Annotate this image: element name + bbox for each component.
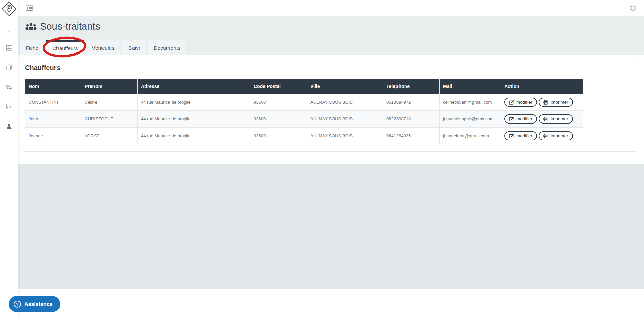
cell-telephone: 0622398718 (383, 111, 440, 128)
cell-action: modifier imprimer (501, 111, 583, 128)
modify-button-label: modifier (516, 100, 532, 105)
print-button-label: imprimer (551, 100, 568, 105)
cogs-icon (6, 84, 12, 90)
cell-mail: jeannelorat@gmail.com (440, 128, 501, 144)
cell-ville: AULNAY SOUS BOIS (307, 94, 383, 111)
sidebar-item-table[interactable] (0, 38, 18, 58)
page-header: Sous-traitants FicheChauffeursVehiculesS… (18, 16, 644, 55)
copy-icon (6, 64, 12, 71)
sidebar-item-reports[interactable] (0, 97, 18, 116)
cell-telephone: 0613584972 (383, 94, 440, 111)
column-header: Ville (307, 79, 383, 94)
print-button[interactable]: imprimer (539, 114, 573, 124)
sidebar-item-settings[interactable] (0, 77, 18, 97)
printer-icon (543, 117, 548, 121)
printer-icon (543, 100, 548, 105)
tab-suivi[interactable]: Suivi (122, 40, 146, 55)
tab-chauffeurs[interactable]: Chauffeurs (46, 40, 84, 55)
edit-icon (509, 116, 514, 121)
tab-bar: FicheChauffeursVehiculesSuiviDocuments (18, 40, 644, 55)
column-header: Telephone (383, 79, 440, 94)
sidebar-item-desktop[interactable] (0, 19, 18, 38)
bar-chart-icon (6, 104, 12, 109)
section-heading: Chauffeurs (25, 64, 639, 72)
assistance-label: Assistance (24, 301, 53, 307)
printer-icon (543, 134, 548, 138)
tab-documents[interactable]: Documents (148, 40, 186, 55)
table-header: NomPrenomAdresseCode PostalVilleTelephon… (25, 79, 583, 94)
table-icon (6, 45, 12, 51)
edit-icon (509, 100, 514, 105)
column-header: Code Postal (250, 79, 307, 94)
cell-ville: AULNAY SOUS BOIS (307, 111, 383, 128)
page-title-text: Sous-traitants (40, 21, 100, 32)
cell-prenom: CHRISTOPHE (81, 111, 138, 128)
cell-code-postal: 93600 (250, 111, 307, 128)
edit-icon (509, 133, 514, 138)
column-header: Prenom (81, 79, 138, 94)
location-pin-logo (6, 5, 12, 13)
cell-code-postal: 93600 (250, 94, 307, 111)
cell-adresse: 44 rue Maurice de broglie (138, 94, 250, 111)
print-button[interactable]: imprimer (539, 131, 573, 140)
sidebar-item-profile[interactable] (0, 116, 18, 136)
sidebar-item-copy[interactable] (0, 58, 18, 77)
print-button[interactable]: imprimer (539, 98, 573, 107)
tab-vehicules[interactable]: Vehicules (86, 40, 120, 55)
content-background (18, 164, 644, 289)
cell-mail: jeanchristophe@gmx.com (440, 111, 501, 128)
tab-fiche[interactable]: Fiche (20, 40, 44, 55)
table-body: CONSTANTINI Céline 44 rue Maurice de bro… (25, 94, 583, 144)
cell-action: modifier imprimer (501, 128, 583, 144)
tab-content: Chauffeurs NomPrenomAdresseCode PostalVi… (18, 55, 644, 164)
page-title: Sous-traitants (25, 21, 644, 32)
print-button-label: imprimer (551, 116, 568, 121)
cell-adresse: 44 rue Maurice de broglie (138, 111, 250, 128)
column-header: Adresse (138, 79, 250, 94)
column-header: Mail (440, 79, 501, 94)
chauffeurs-table: NomPrenomAdresseCode PostalVilleTelephon… (25, 79, 583, 144)
app-window: Sous-traitants FicheChauffeursVehiculesS… (0, 0, 644, 317)
cell-mail: celinebouahi@gmail.com (440, 94, 501, 111)
power-icon (630, 5, 636, 11)
question-icon: ? (14, 301, 21, 308)
cell-prenom: LORAT (81, 128, 138, 144)
modify-button-label: modifier (516, 116, 532, 121)
cell-prenom: Céline (81, 94, 138, 111)
main-area: Sous-traitants FicheChauffeursVehiculesS… (18, 0, 644, 317)
cell-nom: Jeanne (25, 128, 81, 144)
chauffeurs-panel: Chauffeurs NomPrenomAdresseCode PostalVi… (21, 60, 639, 152)
column-header: Nom (25, 79, 81, 94)
table-row: CONSTANTINI Céline 44 rue Maurice de bro… (25, 94, 583, 111)
assistance-button[interactable]: ? Assistance (9, 296, 60, 312)
sidebar-toggle-button[interactable] (25, 5, 34, 11)
cell-ville: AULNAY SOUS BOIS (307, 128, 383, 144)
table-row: Jeanne LORAT 44 rue Maurice de broglie 9… (25, 128, 583, 144)
cell-action: modifier imprimer (501, 94, 583, 111)
modify-button-label: modifier (516, 133, 532, 138)
sidebar-toggle-icon (26, 5, 33, 11)
user-icon (6, 123, 12, 129)
topbar (18, 0, 644, 16)
cell-code-postal: 93600 (250, 128, 307, 144)
sidebar-nav (0, 19, 18, 136)
cell-nom: Jean (25, 111, 81, 128)
desktop-icon (6, 26, 12, 32)
modify-button[interactable]: modifier (504, 114, 537, 124)
users-icon (25, 22, 37, 31)
app-logo[interactable] (1, 0, 17, 17)
logout-button[interactable] (629, 4, 637, 12)
footer (18, 289, 644, 317)
cell-telephone: 0641284935 (383, 128, 440, 144)
cell-nom: CONSTANTINI (25, 94, 81, 111)
table-row: Jean CHRISTOPHE 44 rue Maurice de brogli… (25, 111, 583, 128)
print-button-label: imprimer (551, 133, 568, 138)
modify-button[interactable]: modifier (504, 98, 537, 107)
cell-adresse: 44 rue Maurice de broglie (138, 128, 250, 144)
modify-button[interactable]: modifier (504, 131, 537, 140)
column-header: Action (501, 79, 583, 94)
sidebar (0, 0, 18, 317)
